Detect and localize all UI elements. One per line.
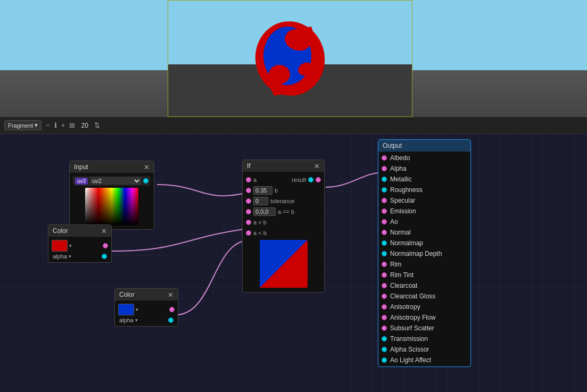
output-port-clearcoat: [382, 283, 387, 288]
color-dropdown-arrow-blue[interactable]: ▾: [136, 307, 138, 312]
if-row-aeqb: a == b: [246, 207, 321, 216]
output-label-ao-light-affect: Ao Light Affect: [390, 356, 431, 364]
gradient-inner: [85, 188, 138, 225]
node-color-blue-body: ▾ alpha ▾: [115, 301, 178, 326]
grid-btn[interactable]: ⊞: [69, 121, 75, 129]
node-color-blue-title: Color: [119, 291, 135, 298]
arrows-btn[interactable]: ⇅: [94, 121, 100, 129]
alpha-label-red: alpha: [53, 253, 67, 260]
fragment-dropdown[interactable]: Fragment ▾: [4, 120, 42, 130]
output-label-alpha: Alpha: [390, 165, 407, 172]
if-port-result-eye: [308, 177, 313, 182]
node-color-red-body: ▾ alpha ▾: [48, 237, 111, 262]
if-label-agb: a > b: [253, 219, 267, 226]
output-row: Normal: [378, 227, 470, 238]
output-port-metallic: [382, 177, 387, 182]
if-preview: [260, 240, 308, 288]
node-color-red[interactable]: Color ✕ ▾ alpha ▾: [48, 224, 112, 263]
node-input-title: Input: [74, 163, 88, 171]
output-port-specular: [382, 198, 387, 203]
color-swatch-row: ▾: [52, 239, 108, 253]
output-row: Alpha Scissor: [378, 344, 470, 355]
if-preview-red: [260, 240, 308, 288]
node-if-close[interactable]: ✕: [314, 163, 320, 170]
if-val-0[interactable]: [253, 197, 268, 205]
color-swatch-blue[interactable]: [118, 304, 134, 315]
node-if-title: If: [247, 162, 251, 170]
node-if[interactable]: If ✕ a result b: [242, 160, 325, 293]
node-input-header: Input ✕: [70, 161, 154, 173]
toolbar: Fragment ▾ − ℹ + ⊞ 20 ⇅: [0, 117, 587, 134]
node-color-red-header: Color ✕: [48, 225, 111, 237]
output-row: Normalmap: [378, 238, 470, 248]
viewport: [0, 0, 587, 117]
blob-shape: [253, 16, 327, 101]
if-port-agb-in: [246, 220, 251, 225]
output-label-albedo: Albedo: [390, 154, 410, 162]
alpha-output-port-blue: [168, 318, 173, 323]
alpha-row-red: alpha ▾: [52, 253, 108, 260]
fragment-label: Fragment: [8, 122, 33, 129]
node-color-blue-close[interactable]: ✕: [168, 291, 173, 298]
minus-btn[interactable]: −: [46, 121, 50, 129]
output-label-specular: Specular: [390, 197, 415, 204]
viewport-center: [168, 0, 412, 117]
output-port-anisotropy-flow: [382, 315, 387, 320]
output-port-alpha: [382, 166, 387, 171]
output-port-anisotropy: [382, 304, 387, 310]
if-port-tol-in: [246, 198, 251, 204]
node-color-red-title: Color: [53, 227, 68, 235]
output-label-normalmap: Normalmap: [390, 239, 423, 247]
alpha-dropdown-arrow-blue[interactable]: ▾: [135, 318, 138, 323]
output-row: Ao: [378, 216, 470, 227]
if-row-agb: a > b: [246, 218, 321, 227]
alpha-row-blue: alpha ▾: [118, 316, 175, 324]
if-val-000[interactable]: [253, 207, 276, 216]
output-label-anisotropy: Anisotropy: [390, 303, 420, 311]
color-dropdown-arrow[interactable]: ▾: [69, 243, 72, 248]
color-output-port: [103, 243, 108, 248]
output-label-normalmap-depth: Normalmap Depth: [390, 250, 442, 257]
node-input-close[interactable]: ✕: [144, 164, 150, 171]
output-port-normalmap-depth: [382, 251, 387, 256]
output-port-transmission: [382, 336, 387, 341]
output-port-normalmap: [382, 240, 387, 246]
output-row: Emission: [378, 206, 470, 216]
node-output[interactable]: Output AlbedoAlphaMetallicRoughnessSpecu…: [378, 139, 471, 367]
node-if-header: If ✕: [243, 160, 324, 172]
if-label-alb: a < b: [253, 230, 267, 236]
output-row: Roughness: [378, 185, 470, 195]
node-output-body: AlbedoAlphaMetallicRoughnessSpecularEmis…: [378, 152, 470, 366]
if-val-035[interactable]: [253, 186, 272, 195]
node-if-body: a result b tolerance: [243, 172, 324, 292]
node-output-title: Output: [383, 142, 402, 149]
output-label-metallic: Metallic: [390, 176, 412, 183]
output-row: Normalmap Depth: [378, 248, 470, 259]
info-btn[interactable]: ℹ: [54, 121, 57, 129]
node-color-blue[interactable]: Color ✕ ▾ alpha ▾: [114, 288, 178, 327]
if-port-alb-in: [246, 230, 251, 236]
plus-btn[interactable]: +: [61, 121, 65, 129]
output-label-roughness: Roughness: [390, 186, 423, 194]
output-row: Metallic: [378, 174, 470, 185]
node-input[interactable]: Input ✕ uv3 uv2 uv1 uv3: [69, 161, 154, 230]
color-swatch-red[interactable]: [52, 240, 68, 252]
output-row: Clearcoat Gloss: [378, 291, 470, 302]
alpha-dropdown-arrow[interactable]: ▾: [69, 254, 71, 259]
output-label-subsurf-scatter: Subsurf Scatter: [390, 324, 434, 332]
if-label-tolerance: tolerance: [270, 198, 294, 204]
if-label-a: a: [253, 177, 257, 183]
node-color-blue-header: Color ✕: [115, 289, 178, 301]
node-color-red-close[interactable]: ✕: [101, 228, 107, 235]
output-row: Rim Tint: [378, 270, 470, 280]
output-label-normal: Normal: [390, 229, 411, 236]
output-port-normal: [382, 230, 387, 235]
alpha-label-blue: alpha: [119, 317, 134, 323]
output-row: Albedo: [378, 153, 470, 163]
svg-point-5: [269, 65, 290, 84]
uv-select[interactable]: uv2 uv1 uv3: [90, 177, 141, 185]
output-port-rim-tint: [382, 272, 387, 278]
output-port-alpha-scissor: [382, 347, 387, 352]
uv-badge: uv3: [75, 178, 88, 185]
output-port-emission: [382, 208, 387, 214]
